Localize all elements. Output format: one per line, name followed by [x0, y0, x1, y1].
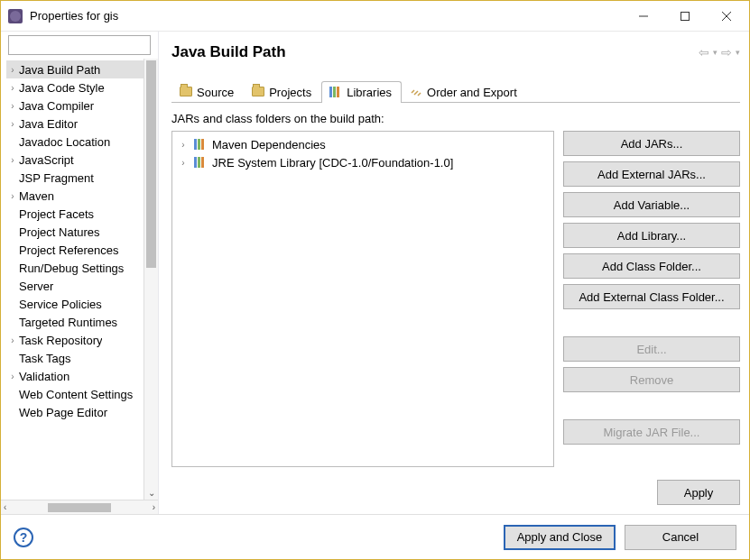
sidebar-item-java-compiler[interactable]: ›Java Compiler [6, 96, 158, 115]
sidebar-item-run-debug-settings[interactable]: Run/Debug Settings [6, 259, 158, 277]
sidebar-item-label: Project References [19, 243, 119, 257]
sidebar-item-java-code-style[interactable]: ›Java Code Style [6, 78, 158, 96]
forward-icon[interactable]: ⇨ [721, 45, 732, 60]
chevron-right-icon: › [6, 372, 19, 381]
tabstrip: SourceProjectsLibrariesOrder and Export [171, 78, 740, 103]
add-class-folder-button[interactable]: Add Class Folder... [563, 253, 740, 279]
sidebar-item-jsp-fragment[interactable]: JSP Fragment [6, 169, 158, 187]
sidebar-item-label: Server [19, 280, 53, 293]
tab-label: Order and Export [427, 86, 517, 99]
vertical-scrollbar[interactable]: ⌄ [144, 59, 158, 500]
edit-button[interactable]: Edit... [563, 336, 740, 362]
list-item-label: JRE System Library [CDC-1.0/Foundation-1… [212, 156, 453, 170]
sidebar-item-task-repository[interactable]: ›Task Repository [6, 331, 158, 349]
folder-icon [180, 87, 192, 99]
sidebar-item-java-editor[interactable]: ›Java Editor [6, 115, 158, 133]
dropdown-icon[interactable]: ▾ [736, 48, 740, 57]
chevron-left-icon[interactable]: ‹ [4, 502, 6, 512]
add-library-button[interactable]: Add Library... [563, 223, 740, 248]
library-icon [194, 139, 207, 150]
tab-label: Source [197, 86, 234, 99]
properties-dialog: Properties for gis ›Java Build Path›Java… [0, 0, 750, 560]
sidebar-item-label: Java Editor [19, 117, 78, 131]
sidebar-item-javadoc-location[interactable]: Javadoc Location [6, 133, 158, 151]
tab-order-and-export[interactable]: Order and Export [402, 81, 527, 103]
titlebar[interactable]: Properties for gis [1, 1, 749, 32]
sidebar-item-web-content-settings[interactable]: Web Content Settings [6, 385, 158, 403]
list-item[interactable]: ›JRE System Library [CDC-1.0/Foundation-… [178, 153, 548, 171]
window-title: Properties for gis [30, 9, 623, 23]
apply-button[interactable]: Apply [657, 480, 740, 505]
scrollbar-thumb[interactable] [48, 503, 111, 512]
classpath-list[interactable]: ›Maven Dependencies›JRE System Library [… [171, 131, 554, 467]
sidebar-item-label: Targeted Runtimes [19, 316, 117, 329]
add-external-jars-button[interactable]: Add External JARs... [563, 161, 740, 187]
order-icon [410, 87, 422, 99]
sidebar-item-label: Javadoc Location [19, 135, 110, 149]
apply-and-close-button[interactable]: Apply and Close [504, 525, 616, 550]
back-icon[interactable]: ⇦ [699, 45, 709, 60]
sidebar-item-label: Project Facets [19, 207, 94, 221]
chevron-down-icon[interactable]: ⌄ [144, 488, 158, 498]
sidebar-item-label: Java Build Path [19, 63, 100, 77]
sidebar-item-project-natures[interactable]: Project Natures [6, 223, 158, 241]
chevron-right-icon: › [6, 155, 19, 165]
chevron-right-icon: › [178, 158, 189, 168]
sidebar-item-label: JSP Fragment [19, 171, 94, 185]
sidebar-item-targeted-runtimes[interactable]: Targeted Runtimes [6, 313, 158, 331]
svg-rect-1 [681, 12, 690, 20]
minimize-button[interactable] [623, 3, 664, 30]
sidebar-item-label: Service Policies [19, 298, 102, 311]
tab-projects[interactable]: Projects [244, 81, 321, 103]
sidebar-item-label: Run/Debug Settings [19, 262, 124, 275]
sidebar-item-project-facets[interactable]: Project Facets [6, 205, 158, 223]
filter-input[interactable] [8, 35, 151, 55]
sidebar-item-label: Task Repository [19, 334, 102, 347]
sidebar-item-validation[interactable]: ›Validation [6, 367, 158, 385]
tab-source[interactable]: Source [171, 81, 244, 103]
sidebar-item-label: Web Page Editor [19, 406, 107, 419]
sidebar-item-label: Web Content Settings [19, 388, 133, 401]
close-button[interactable] [706, 3, 747, 30]
help-icon[interactable]: ? [14, 528, 33, 547]
sidebar-item-label: Task Tags [19, 352, 71, 365]
sidebar-item-label: Validation [19, 370, 69, 383]
migrate-jar-button[interactable]: Migrate JAR File... [563, 419, 740, 445]
sidebar-item-label: Java Code Style [19, 81, 105, 95]
chevron-right-icon[interactable]: › [153, 502, 155, 512]
list-description: JARs and class folders on the build path… [171, 112, 740, 125]
tab-label: Libraries [347, 86, 392, 99]
sidebar-item-server[interactable]: Server [6, 277, 158, 295]
add-external-class-folder-button[interactable]: Add External Class Folder... [563, 284, 740, 309]
add-variable-button[interactable]: Add Variable... [563, 192, 740, 217]
sidebar-item-java-build-path[interactable]: ›Java Build Path [6, 60, 158, 78]
sidebar-item-label: JavaScript [19, 153, 74, 167]
sidebar-item-javascript[interactable]: ›JavaScript [6, 151, 158, 169]
eclipse-icon [8, 9, 23, 23]
chevron-right-icon: › [178, 140, 189, 150]
sidebar-item-project-references[interactable]: Project References [6, 241, 158, 259]
sidebar: ›Java Build Path›Java Code Style›Java Co… [1, 32, 159, 514]
category-tree[interactable]: ›Java Build Path›Java Code Style›Java Co… [1, 59, 158, 500]
chevron-right-icon: › [6, 119, 19, 129]
list-item[interactable]: ›Maven Dependencies [178, 135, 548, 153]
chevron-right-icon: › [6, 101, 19, 111]
sidebar-item-web-page-editor[interactable]: Web Page Editor [6, 403, 158, 421]
chevron-right-icon: › [6, 191, 19, 201]
sidebar-item-task-tags[interactable]: Task Tags [6, 349, 158, 367]
horizontal-scrollbar[interactable]: ‹ › [1, 500, 158, 514]
page-title: Java Build Path [171, 43, 699, 61]
sidebar-item-service-policies[interactable]: Service Policies [6, 295, 158, 313]
library-icon [194, 157, 207, 168]
chevron-right-icon: › [6, 335, 19, 345]
maximize-button[interactable] [664, 3, 706, 30]
add-jars-button[interactable]: Add JARs... [563, 131, 740, 156]
scrollbar-thumb[interactable] [146, 60, 156, 268]
cancel-button[interactable]: Cancel [625, 525, 736, 550]
tab-libraries[interactable]: Libraries [321, 81, 402, 103]
remove-button[interactable]: Remove [563, 367, 740, 392]
sidebar-item-label: Maven [19, 189, 54, 203]
chevron-right-icon: › [6, 83, 19, 93]
dropdown-icon[interactable]: ▾ [713, 48, 718, 57]
sidebar-item-maven[interactable]: ›Maven [6, 187, 158, 205]
